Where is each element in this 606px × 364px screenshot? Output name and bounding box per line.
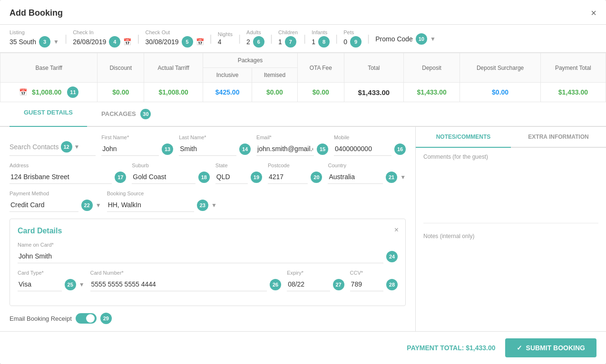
listing-label: Listing xyxy=(10,29,59,35)
base-tariff-calendar-icon[interactable]: 📅 xyxy=(19,88,27,96)
payment-method-label: Payment Method xyxy=(10,191,101,196)
deposit-surcharge-cell: $0.00 xyxy=(460,83,540,102)
card-details-section: Card Details × Name on Card* 24 Card Typ… xyxy=(10,219,406,306)
postcode-badge: 20 xyxy=(311,172,322,183)
country-label: Country xyxy=(328,163,406,168)
notes-internal-label: Notes (internal only) xyxy=(423,233,598,239)
country-dropdown-icon[interactable]: ▼ xyxy=(400,174,406,181)
checkout-badge: 5 xyxy=(182,36,193,48)
card-expiry-badge: 27 xyxy=(333,279,344,290)
card-ccv-badge: 28 xyxy=(386,279,398,290)
first-name-input[interactable] xyxy=(101,142,159,156)
tab-guest-details[interactable]: GUEST DETAILS xyxy=(10,102,87,127)
tab-packages[interactable]: PACKAGES 30 xyxy=(87,102,165,127)
card-ccv-label: CCV* xyxy=(350,270,398,276)
last-name-input[interactable] xyxy=(179,142,236,156)
children-badge: 7 xyxy=(285,36,296,48)
email-receipt-toggle[interactable] xyxy=(76,313,97,324)
divider-3: | xyxy=(210,33,212,44)
notes-internal-input[interactable] xyxy=(423,243,598,291)
checkin-calendar-icon[interactable]: 📅 xyxy=(123,38,131,46)
card-type-label: Card Type* xyxy=(18,270,85,276)
search-contacts-input[interactable]: Search Contacts 12 ▼ xyxy=(10,141,96,156)
card-ccv-field: CCV* 28 xyxy=(350,270,398,291)
state-input[interactable] xyxy=(215,170,248,184)
country-input[interactable] xyxy=(328,170,383,184)
booking-source-dropdown-icon[interactable]: ▼ xyxy=(211,202,217,209)
booking-source-badge: 23 xyxy=(197,200,208,211)
address-input[interactable] xyxy=(10,170,112,184)
last-name-badge: 14 xyxy=(239,144,251,155)
modal-title: Add Booking xyxy=(10,8,63,18)
last-name-value-row: 14 xyxy=(179,142,251,156)
card-number-field: Card Number* 26 xyxy=(90,270,282,291)
guest-details-tab-label: GUEST DETAILS xyxy=(24,109,73,116)
card-type-badge: 25 xyxy=(65,279,76,290)
packages-header: Packages xyxy=(203,53,298,68)
card-number-label: Card Number* xyxy=(90,270,282,276)
listing-dropdown-icon[interactable]: ▼ xyxy=(53,38,59,45)
address-label: Address xyxy=(10,163,126,168)
children-value-row: 1 7 xyxy=(278,36,298,48)
tab-extra-information[interactable]: EXTRA INFORMATION xyxy=(511,127,606,148)
form-row-2: Address 17 Suburb 18 State xyxy=(10,163,406,184)
comments-for-guest-input[interactable] xyxy=(423,164,598,211)
search-contacts-dropdown-icon[interactable]: ▼ xyxy=(74,144,80,150)
listing-value: 35 South xyxy=(10,38,36,46)
search-contacts-badge: 12 xyxy=(61,141,72,153)
form-row-1: Search Contacts 12 ▼ First Name* 13 Last… xyxy=(10,134,406,156)
base-tariff-badge: 11 xyxy=(67,86,78,98)
payment-total-cell: $1,433.00 xyxy=(540,83,606,102)
card-expiry-input[interactable] xyxy=(287,278,330,291)
form-row-3: Payment Method 22 ▼ Booking Source 23 ▼ xyxy=(10,191,406,212)
divider-4: | xyxy=(238,33,241,44)
tariff-row: 📅 $1,008.00 11 $0.00 $1,008.00 $425.00 $… xyxy=(0,83,606,102)
payment-method-field: Payment Method 22 ▼ xyxy=(10,191,101,212)
itemised-cell: $0.00 xyxy=(252,83,298,102)
deposit-header: Deposit xyxy=(403,53,460,83)
promo-value: Promo Code xyxy=(375,35,413,43)
total-header: Total xyxy=(344,53,403,83)
first-name-label: First Name* xyxy=(101,134,173,140)
divider-7: | xyxy=(335,33,338,44)
card-ccv-input[interactable] xyxy=(350,278,383,291)
payment-method-input[interactable] xyxy=(10,198,78,212)
checkout-calendar-icon[interactable]: 📅 xyxy=(196,38,204,46)
card-name-input[interactable] xyxy=(18,249,383,263)
country-badge: 21 xyxy=(386,172,397,183)
checkin-value: 26/08/2019 xyxy=(73,38,106,46)
email-input[interactable] xyxy=(256,142,314,156)
checkout-field: Check Out 30/08/2019 5 📅 xyxy=(145,29,204,48)
card-details-title: Card Details xyxy=(18,227,398,235)
pets-badge: 9 xyxy=(350,36,362,48)
card-type-value-row: 25 ▼ xyxy=(18,278,85,291)
email-field: Email* 15 xyxy=(256,134,328,156)
mobile-input[interactable] xyxy=(334,142,391,156)
suburb-input[interactable] xyxy=(132,170,195,184)
payment-method-dropdown-icon[interactable]: ▼ xyxy=(96,202,101,209)
card-expiry-label: Expiry* xyxy=(287,270,344,276)
booking-source-input[interactable] xyxy=(107,198,194,212)
close-button[interactable]: × xyxy=(591,8,596,19)
booking-source-label: Booking Source xyxy=(107,191,217,196)
submit-booking-button[interactable]: ✓ SUBMIT BOOKING xyxy=(505,338,596,357)
postcode-input[interactable] xyxy=(268,170,308,184)
card-details-close-button[interactable]: × xyxy=(394,226,399,234)
card-type-input[interactable] xyxy=(18,278,62,291)
card-number-input[interactable] xyxy=(90,278,267,291)
notes-area: Notes (internal only) xyxy=(416,227,606,298)
footer-payment-total: PAYMENT TOTAL: $1,433.00 xyxy=(407,344,495,352)
submit-booking-label: SUBMIT BOOKING xyxy=(526,344,585,352)
suburb-badge: 18 xyxy=(198,172,210,183)
discount-value: $0.00 xyxy=(112,88,129,96)
tab-notes-comments[interactable]: NOTES/COMMENTS xyxy=(416,127,511,148)
booking-source-field: Booking Source 23 ▼ xyxy=(107,191,217,212)
email-badge: 15 xyxy=(317,144,328,155)
promo-dropdown-icon[interactable]: ▼ xyxy=(430,36,436,42)
card-type-dropdown-icon[interactable]: ▼ xyxy=(79,281,85,288)
payment-method-badge: 22 xyxy=(81,200,93,211)
first-name-value-row: 13 xyxy=(101,142,173,156)
comments-divider xyxy=(423,223,598,223)
listing-badge: 3 xyxy=(39,36,50,48)
card-expiry-value-row: 27 xyxy=(287,278,344,291)
